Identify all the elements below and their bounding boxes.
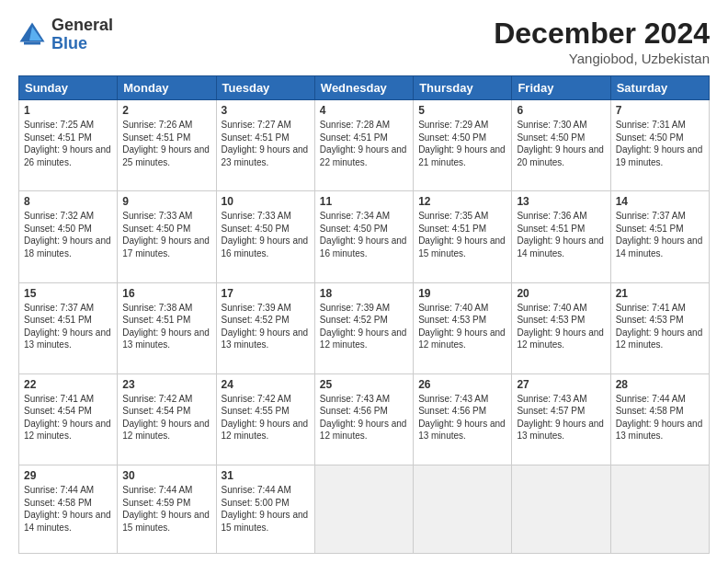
day-number: 2	[122, 104, 210, 117]
calendar-table: Sunday Monday Tuesday Wednesday Thursday…	[18, 75, 710, 554]
table-row: 22Sunrise: 7:41 AM Sunset: 4:54 PM Dayli…	[19, 373, 118, 465]
cell-sun-info: Sunrise: 7:44 AM Sunset: 4:58 PM Dayligh…	[616, 394, 703, 442]
table-row: 27Sunrise: 7:43 AM Sunset: 4:57 PM Dayli…	[512, 373, 610, 465]
table-row	[314, 465, 413, 554]
logo-blue-text: Blue	[51, 35, 113, 53]
cell-sun-info: Sunrise: 7:43 AM Sunset: 4:57 PM Dayligh…	[517, 394, 604, 442]
day-number: 30	[122, 469, 210, 482]
col-saturday: Saturday	[610, 76, 709, 100]
cell-sun-info: Sunrise: 7:39 AM Sunset: 4:52 PM Dayligh…	[222, 303, 309, 350]
day-number: 15	[24, 287, 112, 300]
calendar-header-row: Sunday Monday Tuesday Wednesday Thursday…	[19, 76, 710, 100]
title-block: December 2024 Yangiobod, Uzbekistan	[494, 17, 710, 66]
table-row: 8Sunrise: 7:32 AM Sunset: 4:50 PM Daylig…	[19, 191, 118, 282]
day-number: 16	[122, 287, 210, 300]
table-row: 21Sunrise: 7:41 AM Sunset: 4:53 PM Dayli…	[610, 282, 709, 373]
svg-rect-2	[24, 41, 40, 44]
day-number: 5	[418, 104, 506, 117]
cell-sun-info: Sunrise: 7:33 AM Sunset: 4:50 PM Dayligh…	[222, 211, 309, 259]
table-row: 13Sunrise: 7:36 AM Sunset: 4:51 PM Dayli…	[512, 191, 610, 282]
cell-sun-info: Sunrise: 7:43 AM Sunset: 4:56 PM Dayligh…	[418, 394, 506, 442]
table-row	[512, 465, 610, 554]
title-month: December 2024	[494, 17, 710, 51]
table-row: 10Sunrise: 7:33 AM Sunset: 4:50 PM Dayli…	[216, 191, 314, 282]
cell-sun-info: Sunrise: 7:28 AM Sunset: 4:51 PM Dayligh…	[320, 120, 407, 167]
calendar-week-row: 1Sunrise: 7:25 AM Sunset: 4:51 PM Daylig…	[19, 100, 710, 191]
cell-sun-info: Sunrise: 7:32 AM Sunset: 4:50 PM Dayligh…	[24, 211, 111, 259]
col-tuesday: Tuesday	[216, 76, 314, 100]
calendar-week-row: 22Sunrise: 7:41 AM Sunset: 4:54 PM Dayli…	[19, 373, 710, 465]
cell-sun-info: Sunrise: 7:35 AM Sunset: 4:51 PM Dayligh…	[418, 211, 506, 259]
cell-sun-info: Sunrise: 7:40 AM Sunset: 4:53 PM Dayligh…	[517, 303, 604, 350]
cell-sun-info: Sunrise: 7:44 AM Sunset: 4:58 PM Dayligh…	[24, 485, 111, 533]
day-number: 31	[222, 469, 310, 482]
header: General Blue December 2024 Yangiobod, Uz…	[18, 17, 710, 66]
cell-sun-info: Sunrise: 7:38 AM Sunset: 4:51 PM Dayligh…	[122, 303, 210, 350]
table-row: 24Sunrise: 7:42 AM Sunset: 4:55 PM Dayli…	[216, 373, 314, 465]
day-number: 11	[320, 195, 408, 208]
day-number: 18	[320, 287, 408, 300]
table-row: 7Sunrise: 7:31 AM Sunset: 4:50 PM Daylig…	[610, 100, 709, 191]
table-row	[414, 465, 512, 554]
page: General Blue December 2024 Yangiobod, Uz…	[0, 0, 728, 563]
table-row: 11Sunrise: 7:34 AM Sunset: 4:50 PM Dayli…	[314, 191, 413, 282]
table-row: 2Sunrise: 7:26 AM Sunset: 4:51 PM Daylig…	[118, 100, 216, 191]
table-row	[610, 465, 709, 554]
col-sunday: Sunday	[19, 76, 118, 100]
table-row: 20Sunrise: 7:40 AM Sunset: 4:53 PM Dayli…	[512, 282, 610, 373]
table-row: 16Sunrise: 7:38 AM Sunset: 4:51 PM Dayli…	[118, 282, 216, 373]
day-number: 26	[418, 378, 506, 391]
day-number: 9	[122, 195, 210, 208]
cell-sun-info: Sunrise: 7:42 AM Sunset: 4:55 PM Dayligh…	[222, 394, 309, 442]
cell-sun-info: Sunrise: 7:29 AM Sunset: 4:50 PM Dayligh…	[418, 120, 506, 167]
table-row: 30Sunrise: 7:44 AM Sunset: 4:59 PM Dayli…	[118, 465, 216, 554]
cell-sun-info: Sunrise: 7:37 AM Sunset: 4:51 PM Dayligh…	[24, 303, 111, 350]
day-number: 20	[517, 287, 605, 300]
cell-sun-info: Sunrise: 7:25 AM Sunset: 4:51 PM Dayligh…	[24, 120, 111, 167]
cell-sun-info: Sunrise: 7:33 AM Sunset: 4:50 PM Dayligh…	[122, 211, 210, 259]
day-number: 13	[517, 195, 605, 208]
col-friday: Friday	[512, 76, 610, 100]
cell-sun-info: Sunrise: 7:26 AM Sunset: 4:51 PM Dayligh…	[122, 120, 210, 167]
logo-general-text: General	[51, 17, 113, 35]
calendar-week-row: 29Sunrise: 7:44 AM Sunset: 4:58 PM Dayli…	[19, 465, 710, 554]
logo: General Blue	[18, 17, 113, 53]
day-number: 1	[24, 104, 112, 117]
table-row: 1Sunrise: 7:25 AM Sunset: 4:51 PM Daylig…	[19, 100, 118, 191]
table-row: 4Sunrise: 7:28 AM Sunset: 4:51 PM Daylig…	[314, 100, 413, 191]
day-number: 25	[320, 378, 408, 391]
table-row: 15Sunrise: 7:37 AM Sunset: 4:51 PM Dayli…	[19, 282, 118, 373]
cell-sun-info: Sunrise: 7:39 AM Sunset: 4:52 PM Dayligh…	[320, 303, 407, 350]
day-number: 27	[517, 378, 605, 391]
title-location: Yangiobod, Uzbekistan	[494, 51, 710, 66]
day-number: 10	[222, 195, 310, 208]
table-row: 28Sunrise: 7:44 AM Sunset: 4:58 PM Dayli…	[610, 373, 709, 465]
cell-sun-info: Sunrise: 7:44 AM Sunset: 5:00 PM Dayligh…	[222, 485, 309, 533]
day-number: 22	[24, 378, 112, 391]
table-row: 17Sunrise: 7:39 AM Sunset: 4:52 PM Dayli…	[216, 282, 314, 373]
col-monday: Monday	[118, 76, 216, 100]
day-number: 8	[24, 195, 112, 208]
cell-sun-info: Sunrise: 7:42 AM Sunset: 4:54 PM Dayligh…	[122, 394, 210, 442]
day-number: 14	[616, 195, 704, 208]
table-row: 23Sunrise: 7:42 AM Sunset: 4:54 PM Dayli…	[118, 373, 216, 465]
logo-text: General Blue	[51, 17, 113, 53]
table-row: 29Sunrise: 7:44 AM Sunset: 4:58 PM Dayli…	[19, 465, 118, 554]
cell-sun-info: Sunrise: 7:34 AM Sunset: 4:50 PM Dayligh…	[320, 211, 407, 259]
calendar-week-row: 8Sunrise: 7:32 AM Sunset: 4:50 PM Daylig…	[19, 191, 710, 282]
col-thursday: Thursday	[414, 76, 512, 100]
day-number: 12	[418, 195, 506, 208]
cell-sun-info: Sunrise: 7:41 AM Sunset: 4:54 PM Dayligh…	[24, 394, 111, 442]
table-row: 9Sunrise: 7:33 AM Sunset: 4:50 PM Daylig…	[118, 191, 216, 282]
day-number: 17	[222, 287, 310, 300]
cell-sun-info: Sunrise: 7:41 AM Sunset: 4:53 PM Dayligh…	[616, 303, 703, 350]
table-row: 5Sunrise: 7:29 AM Sunset: 4:50 PM Daylig…	[414, 100, 512, 191]
table-row: 3Sunrise: 7:27 AM Sunset: 4:51 PM Daylig…	[216, 100, 314, 191]
cell-sun-info: Sunrise: 7:44 AM Sunset: 4:59 PM Dayligh…	[122, 485, 210, 533]
table-row: 26Sunrise: 7:43 AM Sunset: 4:56 PM Dayli…	[414, 373, 512, 465]
cell-sun-info: Sunrise: 7:36 AM Sunset: 4:51 PM Dayligh…	[517, 211, 604, 259]
calendar-body: 1Sunrise: 7:25 AM Sunset: 4:51 PM Daylig…	[19, 100, 710, 554]
cell-sun-info: Sunrise: 7:43 AM Sunset: 4:56 PM Dayligh…	[320, 394, 407, 442]
day-number: 28	[616, 378, 704, 391]
table-row: 14Sunrise: 7:37 AM Sunset: 4:51 PM Dayli…	[610, 191, 709, 282]
